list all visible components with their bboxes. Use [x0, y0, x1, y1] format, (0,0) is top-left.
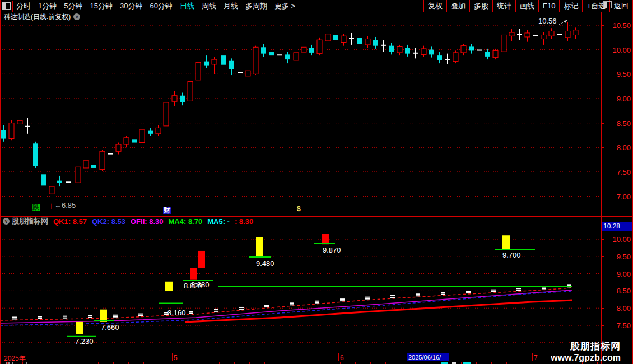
menu-item-8[interactable]: 月线 [224, 1, 238, 11]
indicator-price-label-0: 7.230 [75, 337, 94, 346]
main-axis-label-5: 8.00 [606, 143, 631, 152]
indicator-header-segment-2: QK2: 8.53 [92, 217, 125, 226]
chart-tag-0: 跌 [32, 204, 40, 211]
menu-item-7[interactable]: 周线 [202, 1, 216, 11]
main-axis-label-4: 8.50 [606, 119, 631, 128]
indicator-price-label-4: 8.880 [191, 281, 210, 289]
main-candlestick-chart [0, 12, 601, 216]
axis-month-label-2: 7 [534, 354, 538, 362]
indicator-price-label-7: 9.870 [323, 246, 341, 254]
date-axis: 2025年5672025/06/16/一 [0, 353, 633, 362]
indicator-price-label-8: 9.700 [502, 251, 521, 259]
axis-divider-2 [532, 353, 533, 361]
watermark: 股朋指标网 www.7gpzb.com [551, 340, 621, 363]
chevron-down-icon[interactable]: ∨ [3, 218, 10, 225]
indicator-header-segment-6: : 8.30 [235, 217, 253, 226]
high-price-annotation: 10.56 [538, 17, 557, 25]
axis-month-label-0: 5 [174, 354, 178, 362]
toolbar-button-4[interactable]: 画线 [515, 0, 538, 12]
indicator-header-segment-3: OFII: 8.30 [131, 217, 164, 226]
menu-item-1[interactable]: 1分钟 [38, 1, 57, 11]
toolbar-button-8[interactable]: 返回 [609, 0, 633, 12]
indicator-axis-label-2: 9.00 [606, 270, 631, 278]
toolbar-button-5[interactable]: F10 [538, 0, 559, 12]
indicator-price-label-6: 9.480 [256, 259, 274, 268]
app-window: 分时1分钟5分钟15分钟30分钟60分钟日线周线月线多周期更多 > 复权叠加多股… [0, 0, 633, 364]
main-axis-label-0: 10.50 [606, 21, 631, 30]
menu-item-4[interactable]: 30分钟 [120, 1, 142, 11]
watermark-url: www.7gpzb.com [551, 353, 621, 363]
chart-tag-1: 财 [163, 207, 171, 214]
top-toolbar: 分时1分钟5分钟15分钟30分钟60分钟日线周线月线多周期更多 > 复权叠加多股… [0, 0, 633, 12]
indicator-axis-label-3: 8.50 [606, 287, 631, 295]
split-view-icon[interactable] [603, 1, 612, 8]
indicator-axis-label-4: 8.00 [606, 304, 631, 312]
main-axis-label-1: 10.00 [606, 46, 631, 54]
indicator-header-segment-4: MA4: 8.70 [169, 217, 203, 226]
toolbar-button-6[interactable]: 标记 [559, 0, 582, 12]
bottom-axis-bottom-line [0, 362, 633, 362]
watermark-site-name: 股朋指标网 [551, 340, 621, 353]
toolbar-button-2[interactable]: 多股 [469, 0, 492, 12]
axis-divider-0 [172, 353, 173, 361]
window-left-border [0, 0, 1, 364]
indicator-header-segment-5: MA5: - [207, 217, 230, 226]
low-price-annotation: ←6.85 [54, 201, 76, 209]
main-axis-label-3: 9.00 [606, 95, 631, 103]
main-axis-label-6: 7.50 [606, 168, 631, 176]
menu-item-2[interactable]: 5分钟 [64, 1, 82, 11]
layout-toggle-button[interactable] [0, 1, 13, 12]
indicator-header: ∨ 股朋指标网QK1: 8.57QK2: 8.53OFII: 8.30MA4: … [0, 217, 258, 225]
menu-item-6[interactable]: 日线 [180, 1, 194, 11]
indicator-price-label-1: 7.660 [101, 323, 119, 332]
date-highlight-badge: 2025/06/16/一 [407, 353, 449, 361]
indicator-price-label-2: 8.160 [167, 309, 186, 317]
diamond-icon[interactable]: ◇ [593, 2, 598, 8]
axis-border [601, 12, 602, 364]
main-axis-label-2: 9.50 [606, 70, 631, 78]
axis-divider-1 [338, 353, 339, 361]
chart-tag-2: $ [296, 206, 301, 213]
toolbar-button-1[interactable]: 叠加 [446, 0, 469, 12]
menu-item-3[interactable]: 15分钟 [90, 1, 112, 11]
indicator-header-segment-1: QK1: 8.57 [53, 217, 87, 226]
last-price-badge: 10.28 [602, 222, 632, 231]
toolbar-button-0[interactable]: 复权 [423, 0, 446, 12]
menu-item-10[interactable]: 更多 > [274, 1, 295, 11]
indicator-axis-label-1: 9.50 [606, 253, 631, 261]
menu-item-5[interactable]: 60分钟 [150, 1, 172, 11]
indicator-axis-label-5: 7.50 [606, 321, 631, 330]
menu-item-9[interactable]: 多周期 [245, 1, 267, 11]
indicator-axis-label-0: 10.00 [606, 235, 631, 244]
axis-month-label-1: 6 [340, 354, 344, 362]
titlebar-icons: ◇ [593, 1, 612, 8]
indicator-chart [0, 225, 601, 353]
split-layout-icon [2, 2, 11, 10]
main-axis-label-7: 7.00 [606, 193, 631, 201]
menu-item-0[interactable]: 分时 [16, 1, 31, 11]
period-menu: 分时1分钟5分钟15分钟30分钟60分钟日线周线月线多周期更多 > [13, 1, 302, 11]
toolbar-button-3[interactable]: 统计 [492, 0, 515, 12]
